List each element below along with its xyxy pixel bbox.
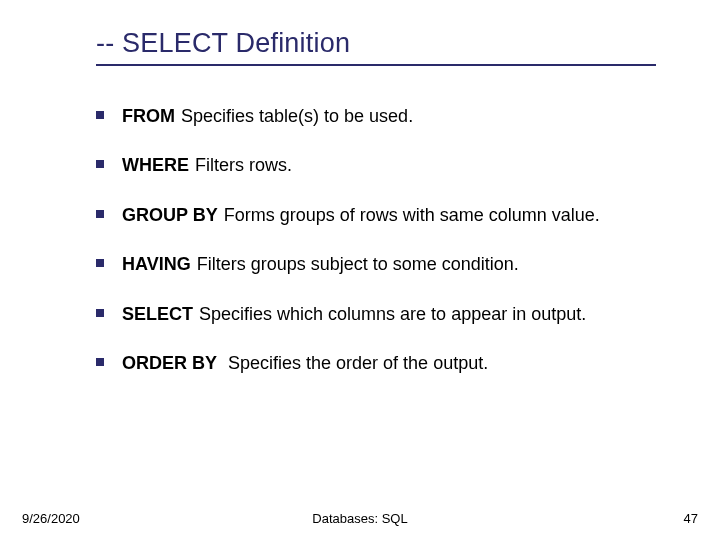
list-item-text: ORDER BY Specifies the order of the outp…	[122, 352, 488, 375]
square-bullet-icon	[96, 111, 104, 119]
keyword: WHERE	[122, 155, 189, 175]
square-bullet-icon	[96, 259, 104, 267]
footer-page: 47	[684, 511, 698, 526]
list-item: ORDER BY Specifies the order of the outp…	[96, 352, 676, 375]
list-item: GROUP BYForms groups of rows with same c…	[96, 204, 676, 227]
list-item-text: SELECTSpecifies which columns are to app…	[122, 303, 586, 326]
square-bullet-icon	[96, 309, 104, 317]
list-item-text: GROUP BYForms groups of rows with same c…	[122, 204, 600, 227]
square-bullet-icon	[96, 210, 104, 218]
description: Filters rows.	[195, 155, 292, 175]
list-item: WHEREFilters rows.	[96, 154, 676, 177]
description: Specifies table(s) to be used.	[181, 106, 413, 126]
list-item: FROMSpecifies table(s) to be used.	[96, 105, 676, 128]
description: Specifies the order of the output.	[223, 353, 488, 373]
slide-title: -- SELECT Definition	[96, 28, 350, 59]
footer-center: Databases: SQL	[0, 511, 720, 526]
description: Forms groups of rows with same column va…	[224, 205, 600, 225]
square-bullet-icon	[96, 358, 104, 366]
keyword: SELECT	[122, 304, 193, 324]
description: Filters groups subject to some condition…	[197, 254, 519, 274]
square-bullet-icon	[96, 160, 104, 168]
keyword: GROUP BY	[122, 205, 218, 225]
list-item-text: FROMSpecifies table(s) to be used.	[122, 105, 413, 128]
list-item: HAVINGFilters groups subject to some con…	[96, 253, 676, 276]
bullet-list: FROMSpecifies table(s) to be used. WHERE…	[96, 105, 676, 401]
list-item-text: WHEREFilters rows.	[122, 154, 292, 177]
keyword: HAVING	[122, 254, 191, 274]
list-item-text: HAVINGFilters groups subject to some con…	[122, 253, 519, 276]
title-underline	[96, 64, 656, 66]
list-item: SELECTSpecifies which columns are to app…	[96, 303, 676, 326]
keyword: FROM	[122, 106, 175, 126]
slide: -- SELECT Definition FROMSpecifies table…	[0, 0, 720, 540]
description: Specifies which columns are to appear in…	[199, 304, 586, 324]
keyword: ORDER BY	[122, 353, 217, 373]
